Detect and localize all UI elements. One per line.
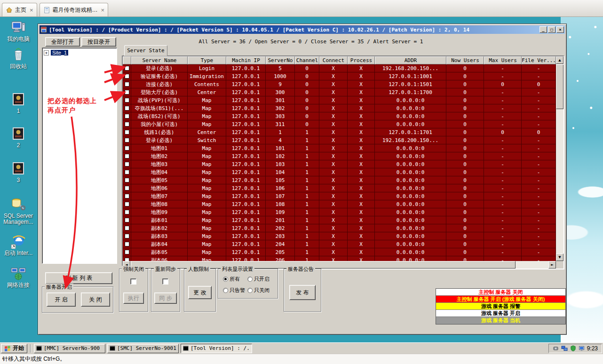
table-header-checkbox-cell[interactable] <box>123 56 131 64</box>
table-row[interactable]: 地图05Map127.0.0.11051XX0.0.0.0:00-- <box>123 176 556 184</box>
force-close-execute-button[interactable]: 执行 <box>123 293 144 304</box>
close-server-button[interactable]: 关 闭 <box>81 293 110 307</box>
display-filter-option[interactable]: 只关闭 <box>247 287 270 294</box>
force-close-checkbox[interactable] <box>130 278 136 285</box>
row-checkbox[interactable] <box>125 194 129 198</box>
announce-publish-button[interactable]: 发 布 <box>289 285 316 300</box>
table-header-cell[interactable]: Machin IP <box>226 56 266 64</box>
desktop-icon-game-2[interactable]: 2 <box>2 126 35 149</box>
expand-icon[interactable]: + <box>44 50 49 55</box>
table-row[interactable]: 地图08Map127.0.0.11081XX0.0.0.0:00-- <box>123 200 556 208</box>
row-checkbox[interactable] <box>125 250 129 254</box>
window-title-bar[interactable]: [Tool Version] : / [Product Version] : /… <box>40 25 565 34</box>
taskbar-item[interactable]: [Tool Version] : /... <box>181 344 252 353</box>
desktop-icon-my-computer[interactable]: 我的电脑 <box>2 20 35 42</box>
tray-network-icon[interactable] <box>561 345 568 352</box>
table-row[interactable]: 夺旗战场(BS1)(...Map127.0.0.13020XX0.0.0.0:0… <box>123 104 556 112</box>
table-row[interactable]: 地图03Map127.0.0.11031XX0.0.0.0:00-- <box>123 160 556 168</box>
table-row[interactable]: 我的小屋(可选)Map127.0.0.13110XX0.0.0.0:00-- <box>123 120 556 128</box>
tree-node-site1[interactable]: + Site_1 <box>44 50 115 55</box>
desktop-icon-sql-server[interactable]: SQL Server Managem... <box>2 197 35 225</box>
start-button[interactable]: 开始 <box>1 344 27 353</box>
taskbar-item[interactable]: [SMC] ServerNo-9001 <box>107 344 179 353</box>
row-checkbox[interactable] <box>125 98 129 103</box>
row-checkbox[interactable] <box>125 210 129 214</box>
row-checkbox[interactable] <box>125 138 129 142</box>
row-checkbox[interactable] <box>125 146 129 150</box>
tab-server-state[interactable]: Server State <box>124 45 167 56</box>
table-row[interactable]: 地图09Map127.0.0.11091XX0.0.0.0:00-- <box>123 208 556 216</box>
display-filter-option[interactable]: 只开启 <box>247 276 270 283</box>
row-checkbox[interactable] <box>125 74 129 79</box>
table-header-cell[interactable]: Now Users <box>446 56 484 64</box>
table-row[interactable]: 地图02Map127.0.0.11021XX0.0.0.0:00-- <box>123 152 556 160</box>
table-header-cell[interactable]: Process <box>348 56 375 64</box>
table-row[interactable]: 地图06Map127.0.0.11061XX0.0.0.0:00-- <box>123 184 556 192</box>
desktop-icon-network[interactable]: 网络连接 <box>2 266 35 288</box>
tray-shield-icon[interactable] <box>570 345 576 351</box>
table-row[interactable]: 战场(PVP)(可选)Map127.0.0.13010XX0.0.0.0:00-… <box>123 96 556 104</box>
table-row[interactable]: 副本04Map127.0.0.12041XX0.0.0.0:00-- <box>123 240 556 248</box>
table-row[interactable]: 地图01Map127.0.0.11011XX0.0.0.0:00-- <box>123 144 556 152</box>
maximize-button[interactable]: □ <box>548 26 555 33</box>
scroll-right-icon[interactable]: ► <box>548 261 556 269</box>
row-checkbox[interactable] <box>125 114 129 119</box>
row-checkbox[interactable] <box>125 226 129 230</box>
browser-tab-shop[interactable]: 霸月传奇游戏精品店-梦... × <box>40 3 109 16</box>
row-checkbox[interactable] <box>125 178 129 182</box>
table-row[interactable]: 验证服务(必选)Immigration127.0.0.110000XX127.0… <box>123 72 556 80</box>
resync-checkbox[interactable] <box>162 278 168 285</box>
open-by-directory-button[interactable]: 按目录开 <box>81 37 116 47</box>
user-limit-change-button[interactable]: 更 改 <box>188 286 212 299</box>
display-filter-option[interactable]: 所有 <box>223 276 240 283</box>
row-checkbox[interactable] <box>125 170 129 174</box>
row-checkbox[interactable] <box>125 122 129 127</box>
browser-tab-home[interactable]: 主页 × <box>2 3 37 16</box>
tray-icon-device[interactable] <box>553 345 559 351</box>
close-icon[interactable]: × <box>30 7 33 13</box>
table-header-cell[interactable]: File Ver... <box>522 56 556 64</box>
table-header-cell[interactable]: Connect <box>319 56 348 64</box>
row-checkbox[interactable] <box>125 82 129 87</box>
row-checkbox[interactable] <box>125 186 129 190</box>
refresh-list-button[interactable]: 刷 新 列 表 <box>45 272 112 284</box>
row-checkbox[interactable] <box>125 218 129 222</box>
row-checkbox[interactable] <box>125 130 129 135</box>
table-header-cell[interactable]: Type <box>188 56 226 64</box>
vertical-scroll-thumb[interactable] <box>556 64 563 109</box>
table-row[interactable]: 地图07Map127.0.0.11071XX0.0.0.0:00-- <box>123 192 556 200</box>
row-checkbox[interactable] <box>125 202 129 206</box>
row-checkbox[interactable] <box>125 242 129 246</box>
row-checkbox[interactable] <box>125 162 129 166</box>
table-row[interactable]: 地图04Map127.0.0.11041XX0.0.0.0:00-- <box>123 168 556 176</box>
open-all-button[interactable]: 全部打开 <box>45 37 80 47</box>
table-row[interactable]: 连接(必选)Contents127.0.0.190XX127.0.0.1:150… <box>123 80 556 88</box>
tray-clock[interactable]: 9:23 <box>587 345 598 352</box>
taskbar-item[interactable]: [MMC] ServerNo-900 <box>34 344 105 353</box>
table-row[interactable]: 线路1(必选)Center127.0.0.111XX127.0.0.1:1701… <box>123 128 556 136</box>
display-filter-option[interactable]: 只告警 <box>223 287 245 294</box>
row-checkbox[interactable] <box>125 234 129 238</box>
open-server-button[interactable]: 开 启 <box>47 293 76 307</box>
table-header-cell[interactable]: ServerNo <box>266 56 295 64</box>
table-row[interactable]: 登录(必选)Login127.0.0.150XX192.168.200.150.… <box>123 64 556 72</box>
tray-display-icon[interactable] <box>579 345 585 351</box>
table-row[interactable]: 副本02Map127.0.0.12021XX0.0.0.0:00-- <box>123 224 556 232</box>
table-row[interactable]: 副本01Map127.0.0.12011XX0.0.0.0:00-- <box>123 216 556 224</box>
table-header-cell[interactable]: Server Name <box>131 56 188 64</box>
table-header-cell[interactable]: Channel <box>295 56 319 64</box>
table-row[interactable]: 登陆大厅(必选)Center127.0.0.13000XX127.0.0.1:1… <box>123 88 556 96</box>
row-checkbox[interactable] <box>125 154 129 158</box>
desktop-icon-game-1[interactable]: 1 <box>2 92 35 114</box>
vertical-scrollbar[interactable]: ▲ ▼ <box>556 56 563 261</box>
resync-button[interactable]: 同 步 <box>154 293 177 304</box>
table-header-cell[interactable]: Max Users <box>484 56 522 64</box>
row-checkbox[interactable] <box>125 66 129 71</box>
table-row[interactable]: 副本05Map127.0.0.12051XX0.0.0.0:00-- <box>123 248 556 256</box>
desktop-icon-internet[interactable]: 启动 Inter... <box>2 234 35 256</box>
scroll-down-icon[interactable]: ▼ <box>556 253 563 261</box>
row-checkbox[interactable] <box>125 258 129 261</box>
close-button[interactable]: × <box>556 26 564 33</box>
desktop-icon-game-3[interactable]: 3 <box>2 161 35 183</box>
table-row[interactable]: 副本06Map127.0.0.12061XX0.0.0.0:00-- <box>123 256 556 261</box>
